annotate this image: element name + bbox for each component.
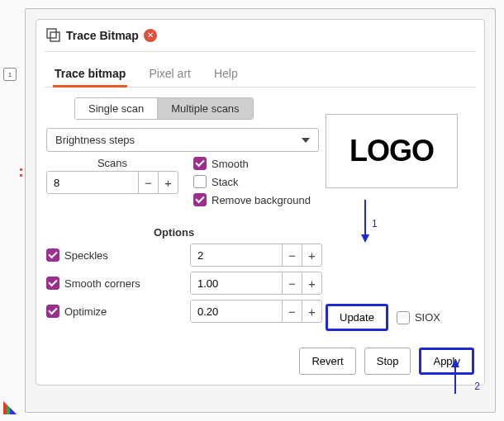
scans-increment[interactable]: + xyxy=(158,172,178,193)
close-icon[interactable]: ✕ xyxy=(144,29,157,42)
smooth-corners-stepper: − + xyxy=(190,272,322,295)
scan-mode-toggle: Single scan Multiple scans xyxy=(74,97,254,120)
speckles-checkbox[interactable] xyxy=(46,248,59,262)
preview-text: LOGO xyxy=(349,134,434,168)
trace-preview: LOGO xyxy=(326,114,458,188)
scans-stepper: − + xyxy=(46,171,178,194)
scans-input[interactable] xyxy=(47,172,138,193)
optimize-increment[interactable]: + xyxy=(302,300,321,322)
smooth-label: Smooth xyxy=(212,158,249,170)
revert-button[interactable]: Revert xyxy=(299,348,355,375)
optimize-checkbox[interactable] xyxy=(46,305,59,318)
smooth-corners-decrement[interactable]: − xyxy=(282,272,302,294)
single-scan-button[interactable]: Single scan xyxy=(75,98,157,119)
method-selected-label: Brightness steps xyxy=(55,134,135,146)
dialog-title-bar: Trace Bitmap ✕ xyxy=(36,20,484,48)
trace-bitmap-dialog: Trace Bitmap ✕ Trace bitmap Pixel art He… xyxy=(36,19,485,386)
optimize-decrement[interactable]: − xyxy=(282,300,302,322)
annotation-label-2: 2 xyxy=(474,381,480,392)
scans-label: Scans xyxy=(46,157,178,169)
trace-bitmap-icon xyxy=(46,28,61,43)
stack-checkbox[interactable] xyxy=(193,175,207,188)
stop-button[interactable]: Stop xyxy=(364,348,411,375)
svg-rect-3 xyxy=(47,29,56,38)
remove-bg-checkbox[interactable] xyxy=(193,193,207,206)
page-indicator: 1 xyxy=(3,68,17,81)
left-ruler-marks xyxy=(20,165,23,180)
smooth-corners-label: Smooth corners xyxy=(64,277,140,290)
optimize-label: Optimize xyxy=(64,305,107,318)
scans-decrement[interactable]: − xyxy=(138,172,158,193)
optimize-stepper: − + xyxy=(190,300,322,323)
stack-label: Stack xyxy=(212,176,239,188)
chevron-down-icon xyxy=(302,138,310,143)
svg-marker-2 xyxy=(10,408,17,414)
remove-bg-label: Remove background xyxy=(212,194,311,206)
color-picker-icon[interactable] xyxy=(3,401,17,414)
svg-marker-6 xyxy=(361,234,369,243)
annotation-arrow-2 xyxy=(447,359,464,395)
dialog-title: Trace Bitmap xyxy=(66,29,139,42)
multiple-scans-button[interactable]: Multiple scans xyxy=(157,98,252,119)
title-divider xyxy=(45,51,476,52)
smooth-corners-checkbox[interactable] xyxy=(46,277,59,290)
tab-strip: Trace bitmap Pixel art Help xyxy=(36,55,484,87)
dialog-action-row: Revert Stop Apply xyxy=(36,348,474,375)
speckles-stepper: − + xyxy=(190,244,322,267)
speckles-decrement[interactable]: − xyxy=(282,244,302,266)
smooth-checkbox[interactable] xyxy=(193,157,207,170)
annotation-label-1: 1 xyxy=(372,218,378,229)
speckles-increment[interactable]: + xyxy=(302,244,321,266)
tab-trace-bitmap[interactable]: Trace bitmap xyxy=(55,62,126,87)
speckles-label: Speckles xyxy=(64,249,108,262)
optimize-input[interactable] xyxy=(191,300,282,322)
smooth-corners-increment[interactable]: + xyxy=(302,272,321,294)
tab-help[interactable]: Help xyxy=(214,62,238,87)
update-button[interactable]: Update xyxy=(326,304,388,331)
smooth-corners-input[interactable] xyxy=(191,272,282,294)
siox-checkbox[interactable] xyxy=(397,311,410,324)
siox-label: SIOX xyxy=(415,311,440,324)
svg-rect-4 xyxy=(50,32,59,41)
method-dropdown[interactable]: Brightness steps xyxy=(46,128,319,152)
svg-marker-8 xyxy=(451,359,459,367)
annotation-arrow-1 xyxy=(357,198,373,244)
tab-pixel-art[interactable]: Pixel art xyxy=(149,62,191,87)
outer-frame: Trace Bitmap ✕ Trace bitmap Pixel art He… xyxy=(25,8,496,413)
speckles-input[interactable] xyxy=(191,244,282,266)
options-header: Options xyxy=(154,226,319,239)
